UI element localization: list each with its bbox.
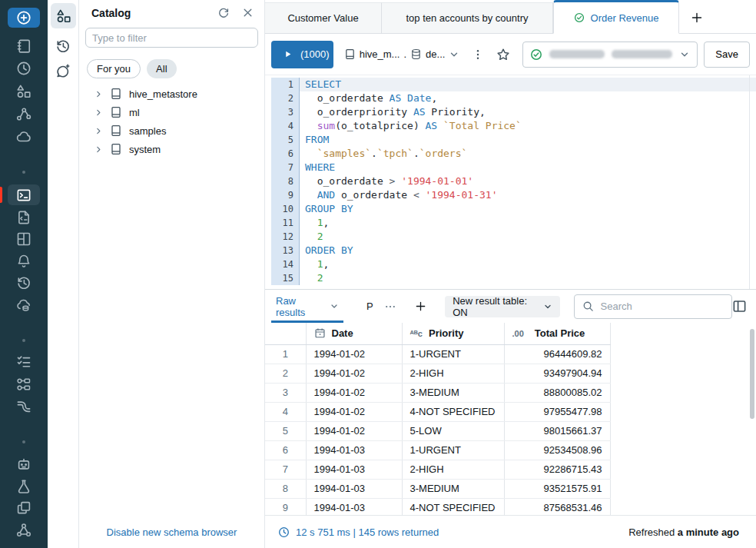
date-column-header[interactable]: Date [306, 323, 402, 344]
tab-catalog[interactable] [51, 3, 76, 28]
editor-scrollbar-track[interactable] [749, 75, 750, 289]
clipped-results-tab[interactable]: P [366, 301, 373, 312]
code-line[interactable]: 3 o_orderpriority AS Priority, [271, 105, 756, 119]
row-index-cell[interactable]: 1 [265, 344, 306, 364]
tree-item-samples[interactable]: samples [79, 121, 264, 140]
warehouse-selector[interactable] [522, 42, 698, 68]
run-button[interactable]: (1000) [271, 41, 333, 68]
code-text[interactable]: ORDER BY [300, 244, 756, 257]
total-price-cell[interactable]: 92534508.96 [504, 440, 610, 460]
results-search-input[interactable]: Search [574, 294, 732, 319]
query-history-icon[interactable] [16, 275, 32, 291]
models-icon[interactable] [16, 500, 32, 516]
close-icon[interactable] [242, 7, 254, 19]
row-index-cell[interactable]: 7 [265, 460, 306, 479]
table-row[interactable]: 81994-01-033-MEDIUM93521575.91 [265, 479, 610, 498]
total-price-cell[interactable]: 87568531.46 [504, 498, 610, 515]
code-line[interactable]: 15 2 [271, 271, 756, 285]
chevron-right-icon[interactable] [94, 90, 103, 98]
total-price-cell[interactable]: 96444609.82 [504, 344, 610, 364]
filter-input[interactable]: Type to filter [85, 28, 258, 48]
date-cell[interactable]: 1994-01-03 [306, 498, 402, 515]
chip-for-you[interactable]: For you [87, 59, 141, 78]
tab-customer-value[interactable]: Customer Value [265, 2, 382, 33]
priority-cell[interactable]: 4-NOT SPECIFIED [402, 402, 504, 421]
date-cell[interactable]: 1994-01-03 [306, 460, 402, 479]
tree-item-ml[interactable]: ml [79, 103, 264, 121]
code-text[interactable]: 1, [300, 257, 756, 271]
tab-top-ten-accounts[interactable]: top ten accounts by country [382, 2, 553, 33]
total-price-cell[interactable]: 97955477.98 [504, 402, 610, 421]
date-cell[interactable]: 1994-01-02 [306, 383, 402, 402]
favorite-star-icon[interactable] [496, 48, 510, 61]
tab-raw-results[interactable]: Raw results [271, 290, 343, 323]
code-text[interactable]: o_orderdate > '1994-01-01' [300, 174, 756, 188]
date-cell[interactable]: 1994-01-02 [306, 402, 402, 421]
table-row[interactable]: 21994-01-022-HIGH93497904.94 [265, 364, 610, 383]
priority-cell[interactable]: 4-NOT SPECIFIED [402, 498, 504, 515]
chevron-right-icon[interactable] [94, 127, 103, 135]
total-price-column-header[interactable]: .00 Total Price [504, 323, 610, 344]
code-line[interactable]: 6 `samples`.`tpch`.`orders` [271, 147, 756, 161]
assistant-chat-icon[interactable] [55, 63, 71, 78]
results-scrollbar-thumb[interactable] [750, 329, 754, 419]
compute-cloud-icon[interactable] [16, 129, 32, 144]
priority-cell[interactable]: 3-MEDIUM [402, 479, 504, 498]
save-button[interactable]: Save [704, 42, 750, 68]
priority-cell[interactable]: 2-HIGH [402, 460, 504, 479]
table-row[interactable]: 51994-01-025-LOW98015661.37 [265, 421, 610, 440]
row-index-cell[interactable]: 3 [265, 383, 306, 402]
code-text[interactable]: GROUP BY [300, 202, 756, 216]
table-row[interactable]: 41994-01-024-NOT SPECIFIED97955477.98 [265, 402, 610, 421]
code-text[interactable]: 2 [300, 271, 756, 285]
table-row[interactable]: 61994-01-031-URGENT92534508.96 [265, 440, 610, 460]
new-tab-button[interactable] [691, 12, 703, 24]
code-text[interactable]: o_orderpriority AS Priority, [300, 105, 756, 119]
code-line[interactable]: 7WHERE [271, 161, 756, 174]
code-line[interactable]: 1SELECT [271, 78, 756, 91]
priority-cell[interactable]: 2-HIGH [402, 364, 504, 383]
tab-order-revenue[interactable]: Order Revenue [553, 0, 679, 34]
code-line[interactable]: 2 o_orderdate AS Date, [271, 91, 756, 105]
row-index-cell[interactable]: 8 [265, 479, 306, 498]
date-cell[interactable]: 1994-01-02 [306, 344, 402, 364]
priority-cell[interactable]: 5-LOW [402, 421, 504, 440]
code-line[interactable]: 12 2 [271, 230, 756, 244]
new-result-table-toggle[interactable]: New result table: ON [445, 296, 559, 317]
kebab-menu-button[interactable] [472, 48, 484, 61]
refresh-icon[interactable] [217, 7, 230, 19]
recents-icon[interactable] [16, 61, 32, 76]
queries-icon[interactable] [16, 210, 32, 225]
tab-history[interactable] [55, 38, 71, 54]
table-row[interactable]: 91994-01-034-NOT SPECIFIED87568531.46 [265, 498, 610, 515]
add-visualization-button[interactable] [415, 301, 426, 312]
priority-column-header[interactable]: ᴬᴮc Priority [402, 323, 504, 344]
chevron-right-icon[interactable] [94, 145, 103, 154]
code-line[interactable]: 13ORDER BY [271, 244, 756, 257]
code-line[interactable]: 14 1, [271, 257, 756, 271]
overflow-menu-icon[interactable] [384, 301, 396, 313]
date-cell[interactable]: 1994-01-03 [306, 440, 402, 460]
row-index-cell[interactable]: 6 [265, 440, 306, 460]
sidebar-item-sql-editor[interactable] [8, 184, 40, 205]
code-text[interactable]: 1, [300, 216, 756, 230]
date-cell[interactable]: 1994-01-03 [306, 479, 402, 498]
priority-cell[interactable]: 1-URGENT [402, 344, 504, 364]
row-index-cell[interactable]: 2 [265, 364, 306, 383]
priority-cell[interactable]: 3-MEDIUM [402, 383, 504, 402]
alerts-bell-icon[interactable] [16, 254, 32, 269]
code-line[interactable]: 8 o_orderdate > '1994-01-01' [271, 174, 756, 188]
total-price-cell[interactable]: 92286715.43 [504, 460, 610, 479]
total-price-cell[interactable]: 93497904.94 [504, 364, 610, 383]
code-text[interactable]: AND o_orderdate < '1994-01-31' [300, 188, 756, 202]
code-text[interactable]: `samples`.`tpch`.`orders` [300, 147, 756, 161]
total-price-cell[interactable]: 88800085.02 [504, 383, 610, 402]
catalog-nav-icon[interactable] [16, 84, 32, 99]
table-row[interactable]: 31994-01-023-MEDIUM88800085.02 [265, 383, 610, 402]
sql-warehouses-icon[interactable] [16, 297, 32, 313]
table-row[interactable]: 71994-01-032-HIGH92286715.43 [265, 460, 610, 479]
tree-item-system[interactable]: system [79, 140, 264, 158]
playground-robot-icon[interactable] [16, 457, 32, 472]
dashboards-icon[interactable] [16, 231, 32, 247]
table-row[interactable]: 11994-01-021-URGENT96444609.82 [265, 344, 610, 364]
